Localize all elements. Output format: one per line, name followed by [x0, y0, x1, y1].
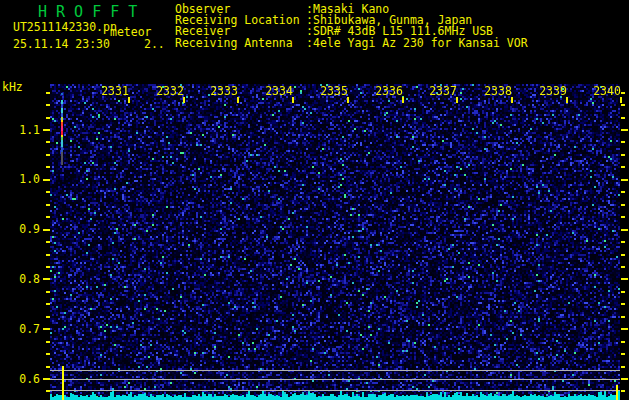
y-minor-tick: [46, 291, 50, 293]
y-minor-tick-right: [621, 241, 625, 243]
x-tick: [620, 97, 622, 103]
x-tick: [511, 97, 513, 103]
y-minor-tick-right: [621, 353, 625, 355]
echo-counter: 2..: [144, 38, 165, 50]
y-minor-tick: [46, 366, 50, 368]
x-tick-label: 2332: [153, 84, 187, 98]
y-minor-tick: [46, 92, 50, 94]
y-minor-tick-right: [621, 154, 625, 156]
y-minor-tick-right: [621, 390, 625, 392]
y-minor-tick: [46, 341, 50, 343]
y-tick-right: [621, 229, 628, 231]
y-tick-right: [621, 278, 628, 280]
y-minor-tick: [46, 254, 50, 256]
y-tick: [43, 328, 50, 330]
y-minor-tick: [46, 303, 50, 305]
y-minor-tick-right: [621, 92, 625, 94]
y-minor-tick: [46, 216, 50, 218]
y-tick: [43, 129, 50, 131]
x-tick-label: 2339: [536, 84, 570, 98]
y-minor-tick-right: [621, 341, 625, 343]
x-tick: [292, 97, 294, 103]
hrofft-screen: H R O F F T UT2511142330.pn meteor 25.11…: [0, 0, 629, 400]
spectrogram-canvas: [50, 84, 620, 400]
y-tick-label: 1.1: [10, 123, 40, 137]
y-tick: [43, 229, 50, 231]
y-minor-tick-right: [621, 104, 625, 106]
y-minor-tick: [46, 166, 50, 168]
x-tick: [183, 97, 185, 103]
y-minor-tick: [46, 390, 50, 392]
y-tick-right: [621, 378, 628, 380]
y-minor-tick-right: [621, 303, 625, 305]
y-minor-tick-right: [621, 166, 625, 168]
y-minor-tick: [46, 353, 50, 355]
y-minor-tick-right: [621, 191, 625, 193]
y-minor-tick: [46, 141, 50, 143]
y-tick-label: 0.9: [10, 222, 40, 236]
y-minor-tick: [46, 204, 50, 206]
x-tick-label: 2331: [98, 84, 132, 98]
info-separator: :: [299, 38, 313, 49]
x-tick: [128, 97, 130, 103]
x-tick: [237, 97, 239, 103]
y-tick-label: 1.0: [10, 172, 40, 186]
y-minor-tick-right: [621, 316, 625, 318]
y-minor-tick-right: [621, 117, 625, 119]
x-tick-label: 2334: [262, 84, 296, 98]
y-tick: [43, 179, 50, 181]
y-minor-tick-right: [621, 366, 625, 368]
x-tick-label: 2340: [590, 84, 624, 98]
y-axis-unit-label: kHz: [2, 80, 23, 94]
y-minor-tick: [46, 191, 50, 193]
x-tick: [566, 97, 568, 103]
y-minor-tick-right: [621, 141, 625, 143]
y-tick-label: 0.6: [10, 372, 40, 386]
x-tick-label: 2338: [481, 84, 515, 98]
y-minor-tick-right: [621, 291, 625, 293]
y-tick-label: 0.8: [10, 272, 40, 286]
y-minor-tick: [46, 154, 50, 156]
x-tick-label: 2336: [372, 84, 406, 98]
x-tick-label: 2335: [317, 84, 351, 98]
y-minor-tick-right: [621, 266, 625, 268]
info-row-antenna: Receiving Antenna : 4ele Yagi Az 230 for…: [175, 38, 528, 49]
y-minor-tick: [46, 117, 50, 119]
observation-datetime: 25.11.14 23:30: [13, 38, 110, 50]
y-tick: [43, 278, 50, 280]
y-tick-right: [621, 129, 628, 131]
y-minor-tick-right: [621, 204, 625, 206]
y-minor-tick: [46, 266, 50, 268]
output-filename: UT2511142330.pn: [13, 21, 117, 33]
info-label: Receiving Antenna: [175, 38, 299, 49]
y-tick-right: [621, 179, 628, 181]
station-info-table: Observer : Masaki Kano Receiving Locatio…: [175, 4, 528, 49]
app-title: H R O F F T: [38, 3, 137, 21]
y-tick: [43, 378, 50, 380]
y-minor-tick-right: [621, 254, 625, 256]
info-value: 4ele Yagi Az 230 for Kansai VOR: [313, 38, 528, 49]
x-tick-label: 2337: [426, 84, 460, 98]
x-tick: [402, 97, 404, 103]
x-tick-label: 2333: [207, 84, 241, 98]
y-tick-label: 0.7: [10, 322, 40, 336]
y-minor-tick: [46, 316, 50, 318]
x-tick: [456, 97, 458, 103]
y-minor-tick-right: [621, 216, 625, 218]
y-minor-tick: [46, 241, 50, 243]
y-tick-right: [621, 328, 628, 330]
x-tick: [347, 97, 349, 103]
y-minor-tick: [46, 104, 50, 106]
